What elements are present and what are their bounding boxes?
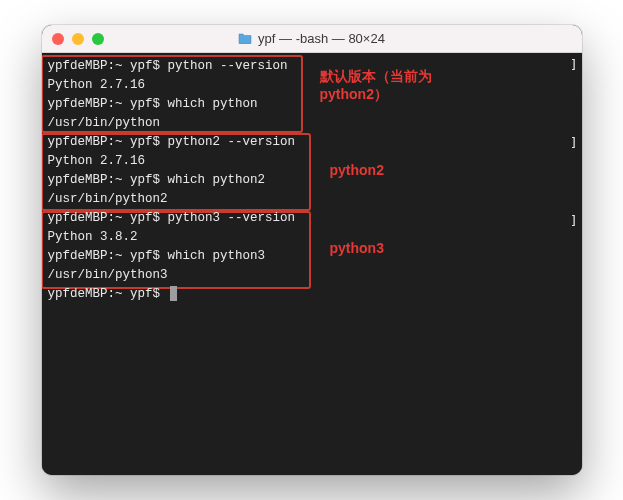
window-title-container: ypf — -bash — 80×24 (42, 31, 582, 46)
minimize-button[interactable] (72, 33, 84, 45)
terminal-line: ypfdeMBP:~ ypf$ which python (48, 95, 576, 114)
annotation-python3: python3 (330, 239, 384, 257)
scroll-marker: ] (570, 133, 578, 152)
scroll-marker: ] (570, 211, 578, 230)
terminal-body[interactable]: ypfdeMBP:~ ypf$ python --version Python … (42, 53, 582, 475)
scroll-marker: ] (570, 55, 578, 74)
traffic-lights (52, 33, 104, 45)
folder-icon (238, 33, 252, 44)
terminal-line: ypfdeMBP:~ ypf$ python3 --version (48, 209, 576, 228)
terminal-line: ypfdeMBP:~ ypf$ python --version (48, 57, 576, 76)
terminal-line: ypfdeMBP:~ ypf$ which python2 (48, 171, 576, 190)
terminal-line: /usr/bin/python3 (48, 266, 576, 285)
prompt-line: ypfdeMBP:~ ypf$ (48, 287, 168, 301)
terminal-line: Python 3.8.2 (48, 228, 576, 247)
terminal-line: /usr/bin/python (48, 114, 576, 133)
maximize-button[interactable] (92, 33, 104, 45)
titlebar: ypf — -bash — 80×24 (42, 25, 582, 53)
terminal-line: ypfdeMBP:~ ypf$ (48, 285, 576, 304)
terminal-line: /usr/bin/python2 (48, 190, 576, 209)
terminal-window: ypf — -bash — 80×24 ypfdeMBP:~ ypf$ pyth… (42, 25, 582, 475)
terminal-line: ypfdeMBP:~ ypf$ python2 --version (48, 133, 576, 152)
cursor (170, 286, 177, 301)
terminal-line: ypfdeMBP:~ ypf$ which python3 (48, 247, 576, 266)
window-title: ypf — -bash — 80×24 (258, 31, 385, 46)
annotation-python2: python2 (330, 161, 384, 179)
terminal-line: Python 2.7.16 (48, 76, 576, 95)
terminal-line: Python 2.7.16 (48, 152, 576, 171)
annotation-default: 默认版本（当前为python2） (320, 67, 470, 103)
close-button[interactable] (52, 33, 64, 45)
